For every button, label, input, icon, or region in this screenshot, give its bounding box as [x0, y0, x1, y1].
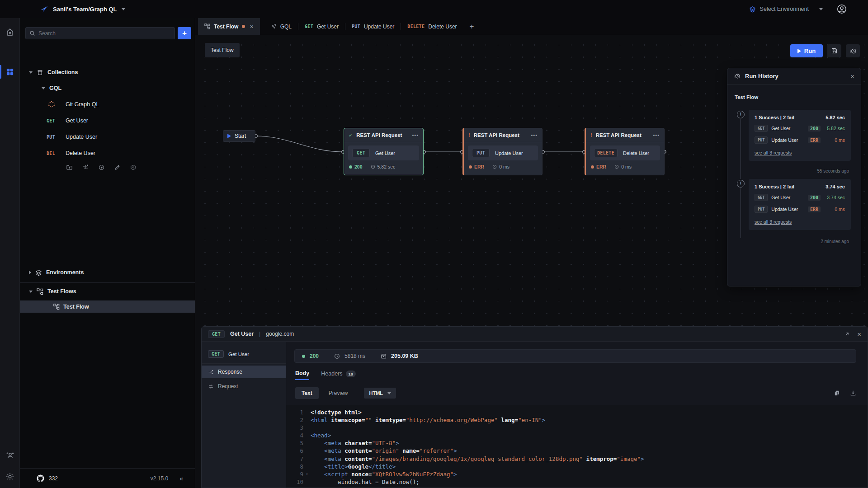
tab-headers[interactable]: Headers 18	[321, 371, 356, 380]
node-title: REST API Request	[356, 132, 408, 138]
request-time: 5.82 sec	[824, 126, 845, 131]
flow-icon	[37, 288, 43, 295]
request-item-get-user[interactable]: GET Get User	[47, 116, 88, 125]
copy-icon[interactable]	[834, 390, 840, 396]
account-button[interactable]	[836, 4, 847, 14]
node-request-row[interactable]: PUT Update User	[468, 145, 538, 160]
tab-label: Update User	[364, 23, 394, 30]
test-flow-item-selected[interactable]: Test Flow	[20, 300, 195, 313]
nav-item-request[interactable]: Request	[202, 380, 286, 393]
size-icon	[381, 353, 387, 359]
divider: |	[259, 331, 260, 337]
status-dot-icon	[469, 165, 472, 169]
run-history-entry[interactable]: 1 Success | 2 fail 5.82 sec GET Get User…	[749, 110, 851, 161]
environment-selector-label: Select Environment	[760, 6, 809, 12]
settings-button[interactable]	[0, 469, 20, 484]
format-dropdown[interactable]: HTML	[364, 388, 396, 399]
request-time: 0 ms	[824, 137, 845, 143]
app-logo-icon	[40, 5, 48, 14]
home-button[interactable]	[0, 24, 20, 40]
method-badge: GET	[208, 330, 225, 338]
tab-get-user[interactable]: GET Get User	[298, 18, 345, 35]
request-item-git-graph-ql[interactable]: Git Graph QL	[48, 100, 99, 109]
code-line: 6 <meta content="origin" name="referrer"…	[286, 447, 868, 455]
flow-canvas[interactable]: Test Flow Run Start ✓ REST API Request	[195, 35, 868, 488]
swap-arrows-icon	[208, 384, 214, 389]
close-panel-icon[interactable]: ×	[857, 330, 861, 338]
download-icon[interactable]	[850, 390, 856, 396]
collection-settings-icon[interactable]	[130, 164, 137, 171]
view-text-button[interactable]: Text	[295, 387, 319, 399]
node-menu-icon[interactable]: •••	[531, 132, 538, 138]
start-node-label: Start	[235, 133, 246, 139]
tab-body[interactable]: Body	[295, 370, 309, 380]
response-body-code[interactable]: 1<!doctype html>2<html itemscope="" item…	[286, 405, 868, 488]
clock-icon	[371, 164, 375, 169]
method-badge: GET	[305, 24, 313, 29]
see-all-requests-link[interactable]: see all 3 requests	[755, 219, 845, 225]
test-flow-item-label: Test Flow	[63, 304, 89, 310]
request-item-update-user[interactable]: PUT Update User	[47, 132, 97, 141]
tab-test-flow[interactable]: Test Flow ×	[198, 18, 260, 35]
response-url: google.com	[266, 331, 294, 337]
new-tab-button[interactable]: +	[463, 18, 481, 35]
environment-selector[interactable]: Select Environment	[749, 6, 823, 13]
response-panel: GET Get User | google.com × GET Get User	[201, 326, 868, 488]
nav-item-response[interactable]: Response	[202, 366, 286, 378]
timer-icon[interactable]	[98, 164, 105, 171]
node-menu-icon[interactable]: •••	[412, 132, 419, 138]
node-menu-icon[interactable]: •••	[653, 132, 660, 138]
workspace-switcher[interactable]: Sanil's Team/Graph QL	[40, 5, 125, 14]
view-preview-button[interactable]: Preview	[322, 387, 354, 399]
environments-label: Environments	[46, 269, 84, 276]
request-name: Update User	[771, 137, 804, 143]
edit-icon[interactable]	[114, 164, 121, 171]
run-sequence-icon[interactable]	[82, 164, 89, 171]
graphql-icon	[48, 101, 55, 108]
add-collection-button[interactable]: +	[178, 27, 191, 39]
folder-label: GQL	[49, 85, 61, 91]
nav-request-header[interactable]: GET Get User	[202, 347, 286, 364]
run-history-panel: Run History × Test Flow ! ! 1 Success | …	[727, 68, 861, 286]
environments-section-header[interactable]: Environments	[29, 268, 84, 277]
activity-rail	[0, 18, 20, 488]
request-name: Update User	[771, 206, 804, 212]
error-bang-icon: !	[590, 132, 592, 138]
tab-delete-user[interactable]: DELETE Delete User	[401, 18, 463, 35]
new-folder-icon[interactable]	[66, 164, 73, 171]
close-icon[interactable]: ×	[850, 72, 854, 80]
request-item-delete-user[interactable]: DEL Delete User	[47, 149, 95, 158]
method-badge: PUT	[755, 206, 768, 213]
collections-view-button[interactable]	[0, 64, 20, 80]
tab-update-user[interactable]: PUT Update User	[345, 18, 401, 35]
node-request-row[interactable]: GET Get User	[348, 145, 419, 160]
clock-icon	[614, 164, 619, 169]
see-all-requests-link[interactable]: see all 3 requests	[755, 150, 845, 155]
test-flows-label: Test Flows	[47, 288, 76, 295]
tab-gql[interactable]: GQL	[264, 18, 298, 35]
close-tab-icon[interactable]: ×	[250, 23, 253, 30]
expand-panel-icon[interactable]	[844, 331, 850, 337]
github-icon[interactable]	[36, 474, 45, 483]
community-button[interactable]	[0, 447, 20, 463]
search-input[interactable]	[38, 30, 171, 37]
run-timestamp: 2 minutes ago	[821, 239, 849, 244]
test-flows-section-header[interactable]: Test Flows	[29, 287, 76, 296]
node-request-row[interactable]: DELETE Delete User	[590, 145, 660, 160]
method-badge: GET	[755, 125, 768, 132]
folder-gql[interactable]: GQL	[42, 84, 61, 93]
collections-section-header[interactable]: Collections	[29, 68, 78, 77]
flow-node-update-user[interactable]: ! REST API Request ••• PUT Update User E…	[462, 128, 542, 175]
status-time: 5.82 sec	[377, 164, 396, 169]
start-node[interactable]: Start	[223, 130, 255, 142]
success-check-icon: ✓	[349, 132, 353, 138]
run-history-entry[interactable]: 1 Success | 2 fail 3.74 sec GET Get User…	[749, 179, 851, 230]
flow-node-delete-user[interactable]: ! REST API Request ••• DELETE Delete Use…	[585, 128, 665, 175]
response-size: 205.09 KB	[391, 353, 418, 359]
search-box[interactable]	[25, 27, 175, 39]
timeline-line	[741, 188, 741, 238]
flow-node-get-user[interactable]: ✓ REST API Request ••• GET Get User 200 …	[344, 128, 424, 175]
top-bar: Sanil's Team/Graph QL Select Environment	[0, 0, 868, 18]
collapse-sidebar-button[interactable]: «	[179, 475, 183, 482]
method-badge: DELETE	[407, 24, 425, 29]
